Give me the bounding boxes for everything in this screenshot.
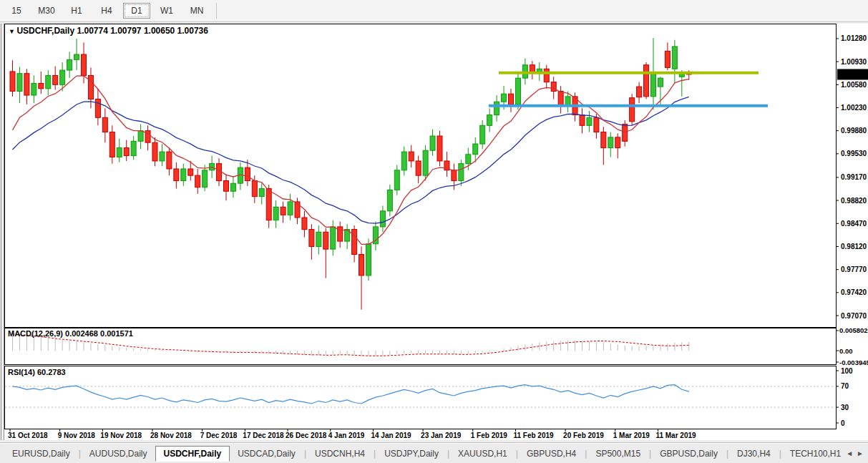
- candle-body: [651, 74, 656, 97]
- date-label: 28 Nov 2018: [150, 432, 192, 439]
- candle-body: [17, 74, 22, 92]
- candle-body: [74, 54, 79, 59]
- candle-body: [188, 169, 193, 175]
- price-tick-label: 0.97420: [841, 288, 867, 296]
- date-label: 31 Oct 2018: [8, 432, 48, 439]
- candle-body: [352, 230, 357, 255]
- date-label: 9 Nov 2018: [58, 432, 96, 439]
- candle-body: [53, 75, 58, 84]
- candle-body: [109, 132, 114, 157]
- chart-tab-usdchf-daily[interactable]: USDCHF,Daily: [155, 446, 230, 462]
- candle-body: [615, 137, 620, 148]
- chart-tab-gbpusd-h4[interactable]: GBPUSD,H4: [519, 446, 584, 462]
- candle-body: [359, 255, 364, 276]
- timeframe-button-d1[interactable]: D1: [123, 3, 150, 19]
- rsi-label: RSI(14) 60.2783: [8, 368, 66, 376]
- candle-body: [394, 170, 399, 190]
- candle-body: [558, 92, 563, 106]
- timeframe-button-m30[interactable]: M30: [33, 3, 60, 19]
- chart-ohlc-title: ▼ USDCHF,Daily 1.00774 1.00797 1.00650 1…: [9, 26, 208, 36]
- chart-tab-eurusd-daily[interactable]: EURUSD,Daily: [4, 446, 78, 462]
- timeframe-button-h4[interactable]: H4: [93, 3, 120, 19]
- price-tick-label: 0.98120: [841, 243, 867, 250]
- timeframe-button-15[interactable]: 15: [3, 3, 30, 19]
- candle-body: [31, 83, 36, 95]
- price-tick-label: 1.00230: [841, 104, 867, 112]
- candle-body: [24, 74, 29, 95]
- candle-body: [437, 136, 442, 161]
- chart-tab-usdcnh-h4[interactable]: USDCNH,H4: [307, 446, 373, 462]
- price-tick-label: 0.99170: [841, 173, 867, 181]
- candle-body: [224, 181, 229, 192]
- date-label: 23 Jan 2019: [421, 432, 462, 439]
- chart-tab-xauusd-h1[interactable]: XAUUSD,H1: [450, 446, 515, 462]
- candle-body: [630, 98, 635, 122]
- candle-body: [637, 87, 642, 97]
- candle-body: [672, 47, 677, 69]
- rsi-tick-label: 0: [841, 419, 845, 427]
- rsi-panel[interactable]: [5, 366, 837, 429]
- price-tick-label: 1.00580: [841, 81, 867, 89]
- chart-tab-audusd-daily[interactable]: AUDUSD,Daily: [82, 446, 155, 462]
- price-tick-label: 0.98820: [841, 197, 867, 205]
- candle-body: [416, 161, 421, 175]
- candle-body: [544, 69, 549, 82]
- price-tick-label: 0.97070: [841, 312, 867, 320]
- symbol-dropdown-icon: ▼: [9, 28, 16, 35]
- candle-body: [387, 190, 392, 210]
- date-label: 26 Dec 2018: [286, 432, 327, 439]
- candle-body: [10, 72, 15, 92]
- candle-body: [60, 70, 65, 84]
- date-label: 19 Nov 2018: [100, 432, 142, 439]
- candle-body: [88, 75, 93, 99]
- timeframe-button-w1[interactable]: W1: [153, 3, 180, 19]
- candle-body: [67, 59, 72, 70]
- candle-body: [509, 94, 514, 104]
- timeframe-button-mn[interactable]: MN: [183, 3, 210, 19]
- tab-scroll-left-icon[interactable]: ◄: [846, 449, 853, 457]
- candle-body: [309, 230, 314, 247]
- macd-label: MACD(12,26,9) 0.002468 0.001571: [8, 329, 133, 338]
- chart-tab-sp500-m15[interactable]: SP500,M15: [587, 446, 648, 462]
- date-label: 1 Mar 2019: [613, 432, 650, 439]
- price-tick-label: 0.97770: [841, 265, 867, 273]
- candle-body: [551, 82, 556, 92]
- candle-body: [230, 183, 235, 191]
- date-label: 1 Feb 2019: [471, 432, 508, 439]
- candle-body: [480, 125, 485, 144]
- date-label: 14 Jan 2019: [371, 432, 411, 439]
- rsi-tick-label: 70: [841, 382, 849, 390]
- chart-tab-dj30-h4[interactable]: DJ30,H4: [729, 446, 779, 462]
- chart-tab-tech100-h1[interactable]: TECH100,H1: [782, 446, 849, 462]
- candle-body: [601, 132, 606, 148]
- candle-body: [302, 218, 307, 230]
- candle-body: [203, 170, 208, 187]
- candle-body: [138, 131, 143, 142]
- candle-body: [102, 117, 107, 132]
- chart-tab-gbpusd-daily[interactable]: GBPUSD,Daily: [652, 446, 726, 462]
- candle-body: [580, 115, 585, 126]
- candle-body: [124, 148, 129, 156]
- candle-body: [452, 170, 457, 181]
- candle-body: [502, 94, 507, 102]
- candle-body: [181, 169, 186, 181]
- chart-tab-usdjpy-daily[interactable]: USDJPY,Daily: [376, 446, 447, 462]
- date-label: 7 Dec 2018: [200, 432, 238, 439]
- candle-body: [608, 137, 613, 148]
- macd-tick-label: 0.00: [839, 347, 853, 355]
- rsi-tick-label: 100: [841, 367, 853, 375]
- candle-body: [594, 117, 599, 132]
- chart-tabs: EURUSD,Daily|AUDUSD,DailyUSDCHF,DailyUSD…: [0, 443, 868, 463]
- candle-body: [331, 227, 336, 249]
- candle-body: [380, 211, 385, 227]
- date-label: 11 Feb 2019: [513, 432, 554, 439]
- candle-body: [487, 115, 492, 126]
- candle-body: [217, 164, 222, 181]
- tab-scroll-right-icon[interactable]: ►: [857, 449, 864, 457]
- candle-body: [39, 83, 44, 88]
- chart-area[interactable]: 1.012801.009301.005801.002300.998800.995…: [0, 21, 868, 444]
- timeframe-button-h1[interactable]: H1: [63, 3, 90, 19]
- candle-body: [245, 167, 250, 180]
- rsi-tick-label: 30: [841, 404, 849, 411]
- chart-tab-usdcad-daily[interactable]: USDCAD,Daily: [230, 446, 303, 462]
